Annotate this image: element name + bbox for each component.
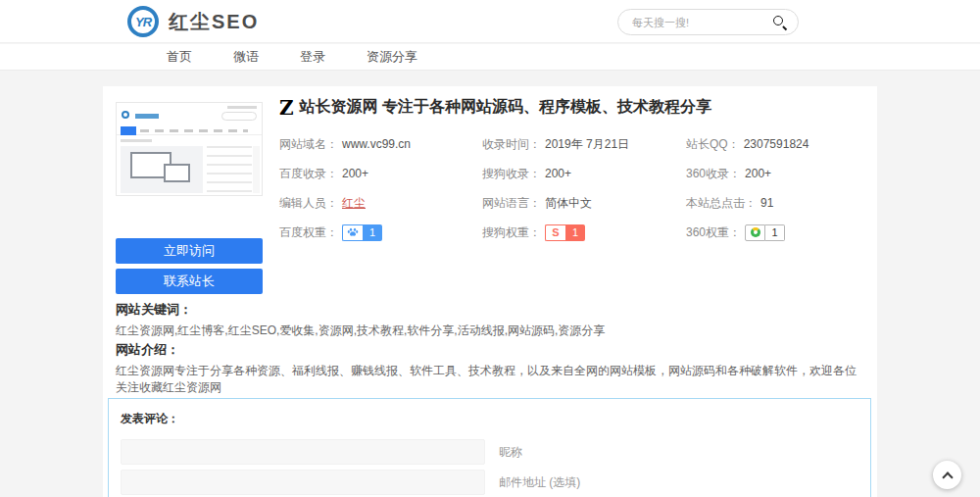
360-weight-value: 1 [765,224,785,241]
intro-text: 红尘资源网专注于分享各种资源、福利线报、赚钱线报、软件工具、技术教程，以及来自全… [116,363,864,396]
nickname-label: 昵称 [499,444,522,461]
baidu-weight-value: 1 [363,224,382,241]
chevron-up-icon [942,472,953,482]
info-domain: 网站域名： www.vc99.cn [279,129,482,159]
contact-webmaster-button[interactable]: 联系站长 [116,269,263,294]
search-icon[interactable] [772,15,788,30]
thumb-nav-items [140,129,248,132]
comment-field-row: 昵称 [121,439,858,465]
comment-form-heading: 发表评论： [121,411,858,427]
info-webmaster-qq: 站长QQ： 2307591824 [686,129,867,159]
site-title-text: 站长资源网 专注于各种网站源码、程序模板、技术教程分享 [300,97,711,118]
nav-item-resources[interactable]: 资源分享 [367,48,417,66]
baidu-weight-badge: 1 [342,224,382,241]
360-ring-icon [745,224,765,241]
comment-field-row: 邮件地址 (选填) [121,470,858,495]
360-weight-badge: 1 [745,224,785,241]
sogou-s-icon: S [545,224,565,241]
nav-item-weiyu[interactable]: 微语 [233,48,259,66]
logo-text[interactable]: 红尘SEO [169,9,259,35]
site-title: Z 站长资源网 专注于各种网站源码、程序模板、技术教程分享 [279,97,711,118]
sogou-weight-badge: S 1 [545,224,585,241]
keywords-heading: 网站关键词： [116,301,192,319]
weight-sogou: 搜狗权重： S 1 [482,218,686,247]
intro-heading: 网站介绍： [116,341,179,359]
info-baidu-index: 百度收录： 200+ [279,159,482,188]
scroll-to-top-button[interactable] [933,461,961,489]
info-360-index: 360收录： 200+ [686,159,867,188]
logo-icon[interactable]: YR [127,6,159,37]
nav-item-home[interactable]: 首页 [167,48,192,66]
thumb-search-box [221,112,257,121]
site-favicon-icon: Z [279,98,294,118]
site-detail-card: Z 站长资源网 专注于各种网站源码、程序模板、技术教程分享 网站域名： www.… [103,86,877,497]
info-language: 网站语言： 简体中文 [482,188,686,218]
header: YR 红尘SEO [0,0,980,43]
email-label: 邮件地址 (选填) [499,474,580,491]
site-info-grid: 网站域名： www.vc99.cn 收录时间： 2019年 7月21日 站长QQ… [279,129,867,247]
comment-form: 发表评论： 昵称 邮件地址 (选填) 个人主页 (选填) [108,398,871,497]
thumb-device-tablet [164,164,190,182]
sogou-weight-value: 1 [565,224,585,241]
baidu-paw-icon [342,224,363,241]
nav-item-login[interactable]: 登录 [300,48,325,66]
weight-baidu: 百度权重： 1 [279,218,482,247]
search-box [617,9,799,35]
page: YR 红尘SEO 首页 微语 登录 资源分享 [0,0,980,497]
thumb-logo-text [135,114,159,119]
editor-link[interactable]: 红尘 [342,195,366,212]
info-total-clicks: 本站总点击： 91 [686,188,867,218]
info-sogou-index: 搜狗收录： 200+ [482,159,686,188]
email-input[interactable] [121,470,485,495]
info-included-date: 收录时间： 2019年 7月21日 [482,129,686,159]
thumb-logo-icon [122,111,129,119]
thumb-nav-active-tab [121,126,136,135]
weight-360: 360权重： 1 [686,218,867,247]
keywords-text: 红尘资源网,红尘博客,红尘SEO,爱收集,资源网,技术教程,软件分享,活动线报,… [116,323,864,339]
navbar: 首页 微语 登录 资源分享 [0,44,980,71]
nickname-input[interactable] [121,439,485,465]
visit-site-button[interactable]: 立即访问 [116,238,263,264]
site-screenshot-thumbnail[interactable] [116,102,263,196]
thumb-breadcrumb [121,139,152,142]
thumb-sidebar [253,146,260,193]
thumb-topbar-text [227,106,257,109]
info-editor: 编辑人员： 红尘 [279,188,482,218]
thumb-article-list [207,146,252,193]
search-input[interactable] [632,17,772,28]
